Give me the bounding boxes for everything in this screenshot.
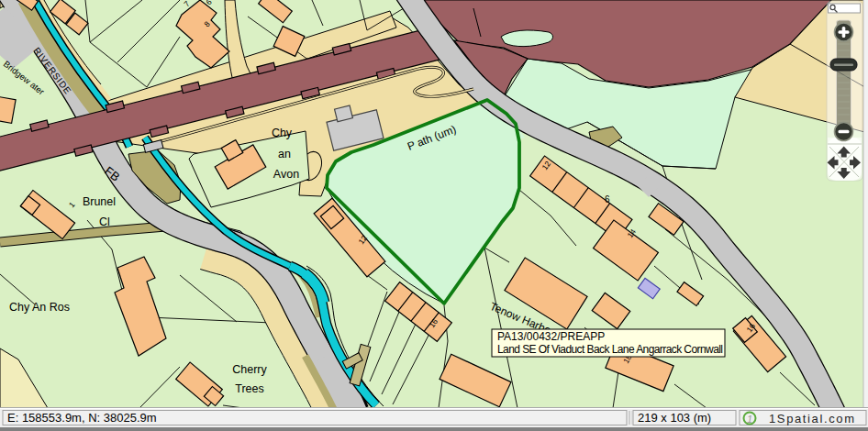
svg-text:E: 158553.9m, N: 38025.9m: E: 158553.9m, N: 38025.9m xyxy=(7,411,157,425)
svg-text:Cl: Cl xyxy=(99,216,110,228)
svg-text:Chy: Chy xyxy=(272,127,293,139)
svg-text:Trees: Trees xyxy=(235,382,264,395)
svg-text:Brunel: Brunel xyxy=(83,195,116,208)
svg-text:219 x 103 (m): 219 x 103 (m) xyxy=(638,411,711,425)
svg-text:Chy An Ros: Chy An Ros xyxy=(9,301,70,314)
svg-text:6: 6 xyxy=(605,194,610,204)
svg-text:an: an xyxy=(278,148,291,160)
svg-text:Avon: Avon xyxy=(273,168,299,181)
svg-text:Cherry: Cherry xyxy=(232,363,267,376)
svg-text:Land SE Of Viaduct Back Lane A: Land SE Of Viaduct Back Lane Angarrack C… xyxy=(497,343,723,356)
svg-text:1Spatial.com: 1Spatial.com xyxy=(769,412,856,425)
svg-text:PA13/00432/PREAPP: PA13/00432/PREAPP xyxy=(497,330,605,343)
svg-text:1: 1 xyxy=(747,414,752,425)
